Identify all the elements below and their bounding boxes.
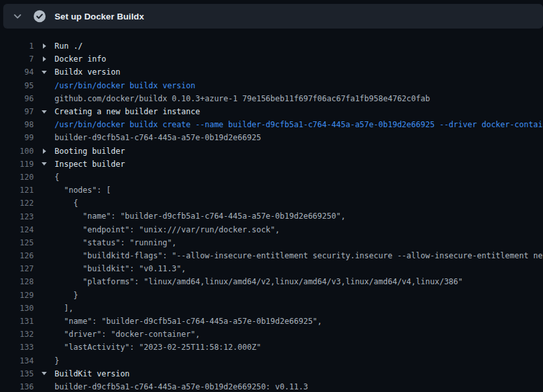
line-number[interactable]: 95	[0, 81, 34, 90]
log-container: 1 Run ./ 7 Docker info 94 Buildx version…	[0, 40, 543, 392]
log-group-title[interactable]: BuildKit version	[55, 367, 130, 380]
log-output-text: }	[55, 289, 78, 302]
line-number[interactable]: 123	[0, 212, 34, 221]
line-number[interactable]: 7	[0, 55, 34, 64]
line-number[interactable]: 131	[0, 317, 34, 326]
log-line: 129 }	[0, 289, 543, 302]
group-toggle-icon[interactable]	[42, 162, 47, 165]
log-group-title[interactable]: Booting builder	[55, 145, 125, 158]
log-output-text: "lastActivity": "2023-02-25T11:58:12.000…	[55, 341, 261, 354]
group-toggle-icon[interactable]	[43, 149, 46, 154]
log-line: 121 "nodes": [	[0, 184, 543, 197]
log-command-text: /usr/bin/docker buildx version	[55, 79, 196, 92]
log-line[interactable]: 135 BuildKit version	[0, 367, 543, 380]
log-line: 136 builder-d9cfb5a1-c764-445a-a57e-0b19…	[0, 380, 543, 392]
log-output-text: {	[55, 171, 59, 184]
log-line: 96 github.com/docker/buildx 0.10.3+azure…	[0, 92, 543, 105]
log-line: 128 "platforms": "linux/amd64,linux/amd6…	[0, 275, 543, 288]
line-number[interactable]: 94	[0, 67, 34, 77]
check-circle-icon	[33, 10, 46, 23]
line-number[interactable]: 119	[0, 160, 34, 169]
log-output-text: "nodes": [	[55, 184, 111, 197]
log-output-text: "platforms": "linux/amd64,linux/amd64/v2…	[55, 275, 463, 288]
log-line: 131 "name": "builder-d9cfb5a1-c764-445a-…	[0, 315, 543, 328]
log-output-text: }	[55, 354, 59, 367]
log-line: 125 "status": "running",	[0, 236, 543, 249]
log-line: 127 "buildkit": "v0.11.3",	[0, 262, 543, 275]
line-number[interactable]: 130	[0, 304, 34, 313]
log-line: 132 "driver": "docker-container",	[0, 328, 543, 341]
log-line[interactable]: 94 Buildx version	[0, 66, 543, 79]
log-line[interactable]: 119 Inspect builder	[0, 158, 543, 171]
log-line: 123 "name": "builder-d9cfb5a1-c764-445a-…	[0, 210, 543, 223]
log-output-text: "endpoint": "unix:///var/run/docker.sock…	[55, 223, 280, 236]
group-toggle-icon[interactable]	[42, 71, 47, 74]
log-output-text: ],	[55, 302, 73, 315]
line-number[interactable]: 96	[0, 94, 34, 103]
log-line: 124 "endpoint": "unix:///var/run/docker.…	[0, 223, 543, 236]
log-output-text: "name": "builder-d9cfb5a1-c764-445a-a57e…	[55, 210, 346, 223]
chevron-down-icon[interactable]	[12, 11, 23, 21]
log-line[interactable]: 100 Booting builder	[0, 145, 543, 158]
log-command-text: /usr/bin/docker buildx create --name bui…	[55, 118, 543, 131]
log-group-title[interactable]: Run ./	[55, 40, 82, 53]
line-number[interactable]: 134	[0, 356, 34, 365]
group-toggle-icon[interactable]	[43, 56, 46, 62]
log-output-text: builder-d9cfb5a1-c764-445a-a57e-0b19d2e6…	[55, 380, 308, 392]
log-line: 122 {	[0, 197, 543, 210]
step-title: Set up Docker Buildx	[55, 12, 144, 21]
line-number[interactable]: 99	[0, 133, 34, 142]
group-toggle-icon[interactable]	[43, 43, 46, 49]
log-group-title[interactable]: Docker info	[55, 53, 106, 66]
line-number[interactable]: 122	[0, 199, 34, 208]
step-header[interactable]: Set up Docker Buildx	[3, 4, 543, 29]
log-line: 99 builder-d9cfb5a1-c764-445a-a57e-0b19d…	[0, 131, 543, 144]
log-line: 134 }	[0, 354, 543, 367]
log-group-title[interactable]: Buildx version	[55, 66, 120, 79]
line-number[interactable]: 120	[0, 173, 34, 182]
log-line: 133 "lastActivity": "2023-02-25T11:58:12…	[0, 341, 543, 354]
log-line: 130 ],	[0, 302, 543, 315]
log-line[interactable]: 97 Creating a new builder instance	[0, 105, 543, 118]
log-output-text: "name": "builder-d9cfb5a1-c764-445a-a57e…	[55, 315, 322, 328]
log-output-text: "buildkitd-flags": "--allow-insecure-ent…	[55, 249, 543, 262]
log-line: 126 "buildkitd-flags": "--allow-insecure…	[0, 249, 543, 262]
line-number[interactable]: 121	[0, 186, 34, 195]
log-line[interactable]: 1 Run ./	[0, 40, 543, 53]
line-number[interactable]: 126	[0, 251, 34, 260]
line-number[interactable]: 135	[0, 369, 34, 378]
log-line: 95 /usr/bin/docker buildx version	[0, 79, 543, 92]
line-number[interactable]: 100	[0, 147, 34, 156]
log-line: 98 /usr/bin/docker buildx create --name …	[0, 118, 543, 131]
log-output-text: github.com/docker/buildx 0.10.3+azure-1 …	[55, 92, 430, 105]
group-toggle-icon[interactable]	[42, 372, 47, 375]
line-number[interactable]: 133	[0, 343, 34, 352]
log-output-text: "driver": "docker-container",	[55, 328, 200, 341]
line-number[interactable]: 127	[0, 264, 34, 273]
line-number[interactable]: 136	[0, 382, 34, 391]
log-line[interactable]: 7 Docker info	[0, 53, 543, 66]
log-line: 120 {	[0, 171, 543, 184]
log-group-title[interactable]: Inspect builder	[55, 158, 125, 171]
log-output-text: builder-d9cfb5a1-c764-445a-a57e-0b19d2e6…	[55, 131, 261, 144]
group-toggle-icon[interactable]	[42, 110, 47, 114]
log-output-text: "status": "running",	[55, 236, 177, 249]
log-output-text: {	[55, 197, 78, 210]
line-number[interactable]: 132	[0, 330, 34, 339]
line-number[interactable]: 129	[0, 291, 34, 300]
log-output-text: "buildkit": "v0.11.3",	[55, 262, 186, 275]
line-number[interactable]: 1	[0, 42, 34, 51]
line-number[interactable]: 124	[0, 225, 34, 234]
line-number[interactable]: 125	[0, 238, 34, 247]
log-group-title[interactable]: Creating a new builder instance	[55, 105, 200, 118]
line-number[interactable]: 128	[0, 277, 34, 286]
line-number[interactable]: 97	[0, 107, 34, 116]
line-number[interactable]: 98	[0, 120, 34, 129]
